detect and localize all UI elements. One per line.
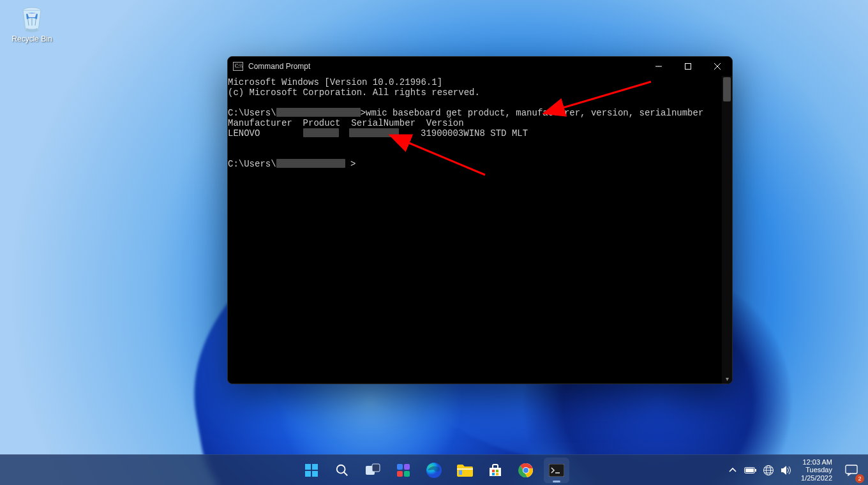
svg-rect-22 xyxy=(492,473,495,475)
close-icon xyxy=(714,63,721,70)
svg-rect-13 xyxy=(397,464,403,470)
svg-rect-20 xyxy=(492,470,495,472)
notification-badge: 2 xyxy=(855,474,864,483)
svg-rect-23 xyxy=(496,473,498,475)
svg-point-26 xyxy=(523,468,528,473)
taskbar-active-indicator xyxy=(553,481,560,482)
clock-day: Tuesday xyxy=(801,466,832,474)
svg-rect-29 xyxy=(755,469,756,472)
taskbar-system-tray[interactable]: 12:03 AM Tuesday 1/25/2022 2 xyxy=(726,455,863,485)
volume-icon xyxy=(781,465,792,475)
titlebar[interactable]: C:\\ Command Prompt xyxy=(228,57,732,76)
svg-rect-15 xyxy=(397,471,403,477)
edge-icon xyxy=(426,462,442,479)
chevron-up-icon xyxy=(729,466,737,474)
widgets-button[interactable] xyxy=(391,458,416,483)
store-icon xyxy=(488,463,503,478)
command-prompt-window[interactable]: C:\\ Command Prompt Microsoft Windows [V… xyxy=(227,56,733,384)
widgets-icon xyxy=(396,463,410,477)
microsoft-store-button[interactable] xyxy=(483,458,508,483)
close-button[interactable] xyxy=(703,57,732,76)
terminal-scrollbar[interactable]: ▾ xyxy=(722,76,732,384)
maximize-icon xyxy=(685,63,691,70)
scrollbar-thumb[interactable] xyxy=(723,77,731,101)
chrome-button[interactable] xyxy=(513,458,539,483)
svg-rect-30 xyxy=(745,468,754,472)
file-explorer-button[interactable] xyxy=(452,458,477,483)
task-view-button[interactable] xyxy=(360,458,385,483)
svg-text:C:\\: C:\\ xyxy=(235,63,243,69)
svg-rect-21 xyxy=(496,470,498,472)
taskbar-center xyxy=(299,458,569,483)
battery-icon xyxy=(744,466,757,474)
svg-rect-18 xyxy=(457,468,473,470)
command-prompt-taskbar-button[interactable] xyxy=(544,458,569,483)
recycle-bin-label: Recycle Bin xyxy=(8,34,56,43)
svg-rect-7 xyxy=(312,464,318,470)
windows-logo-icon xyxy=(304,463,319,478)
battery-tray-button[interactable] xyxy=(744,455,758,486)
cmd-taskbar-icon xyxy=(549,464,564,477)
notification-icon xyxy=(845,465,858,476)
taskbar-clock[interactable]: 12:03 AM Tuesday 1/25/2022 xyxy=(801,458,832,482)
volume-tray-button[interactable] xyxy=(779,455,793,486)
clock-date: 1/25/2022 xyxy=(801,474,832,482)
notification-center-button[interactable]: 2 xyxy=(840,459,863,482)
svg-rect-12 xyxy=(372,464,380,472)
svg-rect-6 xyxy=(305,464,311,470)
edge-button[interactable] xyxy=(421,458,447,483)
terminal-output[interactable]: Microsoft Windows [Version 10.0.21996.1]… xyxy=(228,76,722,384)
clock-time: 12:03 AM xyxy=(801,458,832,466)
svg-rect-19 xyxy=(459,470,462,475)
scrollbar-down-arrow[interactable]: ▾ xyxy=(722,373,732,384)
minimize-icon xyxy=(655,63,662,70)
taskbar[interactable]: 12:03 AM Tuesday 1/25/2022 2 xyxy=(0,454,868,485)
folder-icon xyxy=(456,463,473,477)
maximize-button[interactable] xyxy=(673,57,703,76)
svg-rect-33 xyxy=(846,465,857,474)
recycle-bin-icon xyxy=(19,5,45,33)
desktop[interactable]: Recycle Bin C:\\ Command Prompt xyxy=(0,0,868,485)
svg-rect-16 xyxy=(404,471,410,477)
tray-overflow-button[interactable] xyxy=(726,455,740,486)
svg-rect-14 xyxy=(404,464,410,470)
svg-point-10 xyxy=(337,465,345,473)
task-view-icon xyxy=(365,463,380,477)
cmd-icon: C:\\ xyxy=(233,62,243,71)
network-tray-button[interactable] xyxy=(761,455,775,486)
search-button[interactable] xyxy=(329,458,355,483)
svg-rect-8 xyxy=(305,471,311,477)
start-button[interactable] xyxy=(299,458,324,483)
terminal-body[interactable]: Microsoft Windows [Version 10.0.21996.1]… xyxy=(228,76,732,384)
svg-rect-3 xyxy=(685,64,691,70)
minimize-button[interactable] xyxy=(644,57,673,76)
recycle-bin-desktop-icon[interactable]: Recycle Bin xyxy=(8,5,56,43)
svg-rect-27 xyxy=(549,464,564,477)
network-globe-icon xyxy=(763,465,774,476)
svg-rect-9 xyxy=(312,471,318,477)
search-icon xyxy=(335,463,349,477)
window-title: Command Prompt xyxy=(248,62,310,71)
chrome-icon xyxy=(518,463,534,478)
